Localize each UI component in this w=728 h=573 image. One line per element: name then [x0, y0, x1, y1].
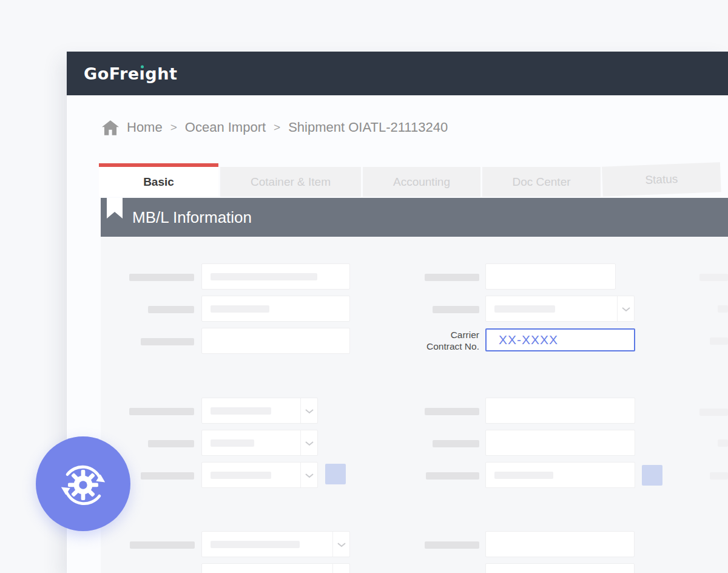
tab-container-item[interactable]: Cotainer & Item — [220, 167, 361, 197]
select-input-skeleton[interactable] — [485, 296, 635, 322]
input-value-skeleton — [494, 472, 553, 479]
logo-text-left: GoFre — [84, 64, 140, 83]
text-input-skeleton[interactable] — [485, 398, 635, 424]
breadcrumb-ocean-import[interactable]: Ocean Import — [185, 120, 266, 135]
field-label-skeleton — [130, 541, 195, 549]
carrier-label-line1: Carrier — [392, 329, 479, 341]
automation-fab-button[interactable] — [36, 436, 130, 531]
select-input-skeleton[interactable] — [201, 398, 318, 424]
field-label-skeleton — [425, 408, 479, 415]
tab-status[interactable]: Status — [602, 162, 721, 196]
main-card: GoFreıght Home > Ocean Import > Shipment… — [67, 52, 728, 573]
text-input-skeleton[interactable] — [485, 430, 635, 456]
select-input-skeleton[interactable] — [201, 430, 318, 456]
tab-bar: Basic Cotainer & Item Accounting Doc Cen… — [99, 167, 721, 197]
field-label-skeleton — [425, 541, 479, 549]
tab-accounting[interactable]: Accounting — [363, 167, 480, 197]
field-label-skeleton — [148, 440, 194, 447]
page-background: GoFreıght Home > Ocean Import > Shipment… — [0, 0, 728, 573]
breadcrumb: Home > Ocean Import > Shipment OIATL-211… — [102, 120, 448, 135]
carrier-label-line2: Contract No. — [392, 341, 479, 352]
home-icon[interactable] — [102, 120, 119, 135]
breadcrumb-separator: > — [170, 121, 177, 134]
field-label-skeleton — [129, 274, 194, 281]
mbl-information-section-header: MB/L Information — [101, 198, 728, 237]
field-label-skeleton — [710, 472, 728, 480]
select-chevron-cell — [300, 398, 317, 423]
input-value-skeleton — [494, 305, 555, 313]
text-input-skeleton[interactable] — [485, 563, 635, 573]
breadcrumb-home[interactable]: Home — [127, 120, 163, 135]
tab-basic[interactable]: Basic — [99, 167, 218, 197]
select-input-skeleton[interactable] — [201, 462, 318, 488]
field-label-skeleton — [141, 338, 194, 345]
input-value-skeleton — [211, 305, 269, 313]
chevron-down-icon — [305, 438, 314, 449]
carrier-contract-input[interactable] — [485, 328, 635, 351]
select-chevron-cell — [300, 463, 317, 487]
text-input-skeleton[interactable] — [201, 263, 350, 290]
field-label-skeleton — [426, 472, 479, 480]
carrier-contract-label: Carrier Contract No. — [392, 329, 479, 352]
logo-text-right: ght — [145, 64, 177, 83]
select-chevron-cell — [332, 532, 349, 557]
field-label-skeleton — [699, 409, 728, 416]
field-label-skeleton — [425, 274, 479, 281]
field-label-skeleton — [718, 439, 728, 447]
text-input-skeleton[interactable] — [485, 263, 616, 290]
chevron-down-icon — [305, 405, 314, 416]
select-input-skeleton[interactable] — [201, 531, 350, 557]
input-value-skeleton — [211, 273, 317, 280]
select-chevron-cell — [617, 296, 634, 321]
text-input-skeleton[interactable] — [201, 328, 350, 354]
logo-dotted-i: ı — [140, 64, 146, 83]
text-input-skeleton[interactable] — [201, 296, 350, 322]
tab-doc-center[interactable]: Doc Center — [482, 167, 601, 197]
checkbox-skeleton[interactable] — [325, 464, 346, 484]
field-label-skeleton — [129, 408, 194, 415]
chevron-down-icon — [305, 470, 314, 481]
chevron-down-icon — [337, 539, 346, 550]
gofreight-logo: GoFreıght — [84, 64, 177, 83]
checkbox-skeleton[interactable] — [642, 465, 662, 486]
field-label-skeleton — [148, 306, 194, 313]
mbl-form-area: Carrier Contract No. — [101, 237, 728, 573]
field-label-skeleton — [699, 274, 728, 281]
app-header-bar: GoFreıght — [67, 52, 728, 95]
input-value-skeleton — [211, 541, 300, 548]
select-chevron-cell — [300, 430, 317, 455]
breadcrumb-shipment[interactable]: Shipment OIATL-21113240 — [288, 120, 448, 135]
select-input-skeleton[interactable] — [201, 563, 350, 573]
field-label-skeleton — [710, 337, 728, 345]
field-label-skeleton — [141, 472, 194, 480]
text-input-skeleton[interactable] — [485, 462, 635, 488]
chevron-down-icon — [622, 303, 630, 314]
text-input-skeleton[interactable] — [485, 531, 635, 557]
select-chevron-cell — [332, 564, 349, 573]
input-value-skeleton — [211, 472, 271, 479]
input-value-skeleton — [211, 439, 254, 447]
input-value-skeleton — [211, 407, 271, 415]
field-label-skeleton — [433, 440, 479, 447]
breadcrumb-separator: > — [274, 121, 280, 134]
bookmark-ribbon-icon — [107, 198, 123, 219]
field-label-skeleton — [718, 305, 728, 313]
section-title: MB/L Information — [132, 208, 252, 227]
field-label-skeleton — [433, 306, 479, 313]
chevron-down-icon — [337, 571, 346, 573]
gear-sync-icon — [54, 455, 112, 513]
